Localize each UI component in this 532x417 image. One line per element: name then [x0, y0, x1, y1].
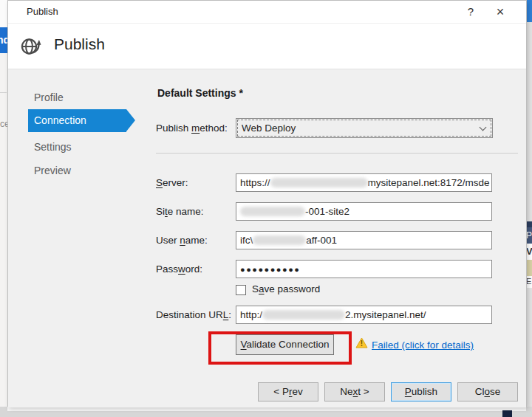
background-right-strip: [527, 0, 532, 417]
dialog-header: Publish: [8, 23, 526, 69]
server-input[interactable]: https://mysitepanel.net:8172/msde: [236, 173, 492, 192]
redacted-text: [270, 178, 368, 187]
sidebar-item-profile[interactable]: Profile: [34, 92, 64, 103]
save-password-label: Save password: [252, 283, 320, 294]
server-label: Server:: [156, 177, 188, 188]
publish-button[interactable]: Publish: [391, 382, 451, 402]
validate-connection-button[interactable]: Validate Connection: [236, 334, 334, 355]
password-label: Password:: [156, 263, 202, 275]
chevron-down-icon: [480, 124, 487, 131]
settings-heading: Default Settings *: [157, 87, 243, 99]
site-name-label: Site name:: [156, 206, 204, 217]
background-left-window-fragment: nd: [0, 27, 7, 53]
background-right-text-fragment-e: E: [526, 276, 532, 288]
sidebar-item-settings[interactable]: Settings: [34, 141, 72, 153]
page-title: Publish: [54, 35, 105, 53]
user-name-input[interactable]: ifc\aff-001: [236, 231, 492, 249]
background-right-panel-header-fragment: P: [526, 227, 532, 244]
publish-method-label: Publish method:: [156, 123, 228, 134]
svg-text:!: !: [361, 340, 363, 348]
redacted-text: [262, 310, 345, 320]
publish-dialog: Publish ? × Publish Profile Connection S: [7, 0, 527, 407]
background-right-panel-fragment: [526, 221, 532, 227]
password-input[interactable]: ●●●●●●●●●●: [236, 260, 492, 278]
redacted-text: [253, 235, 306, 245]
background-right-toolbar-fragment: [526, 260, 532, 276]
background-left-text-fragment: ce: [0, 119, 7, 129]
site-name-input[interactable]: -001-site2: [236, 202, 492, 221]
publish-method-select[interactable]: Web Deploy: [236, 118, 493, 138]
close-button[interactable]: Close: [457, 382, 518, 402]
prev-button[interactable]: < Prev: [258, 382, 318, 402]
destination-url-input[interactable]: http:/2.mysitepanel.net/: [236, 306, 492, 324]
save-password-checkbox[interactable]: [236, 285, 246, 295]
close-icon[interactable]: ×: [488, 1, 513, 23]
selected-tab-arrow: [126, 109, 135, 131]
sidebar-item-connection[interactable]: Connection: [28, 109, 126, 132]
background-left-text: nd: [0, 34, 7, 46]
destination-url-label: Destination URL:: [156, 309, 231, 320]
screen: nd ce P V E Publish ? × Publis: [0, 0, 532, 417]
publish-method-value: Web Deploy: [242, 123, 296, 134]
redacted-text: [240, 207, 305, 216]
publish-globe-icon: [19, 35, 43, 61]
background-right-text-fragment-v: V: [526, 244, 532, 260]
background-bottom-navy-fragment: [502, 410, 512, 417]
warning-triangle-icon: !: [355, 337, 368, 351]
validation-failed-link[interactable]: Failed (click for details): [372, 340, 474, 351]
background-right-titlebar-fragment: [527, 0, 532, 22]
sidebar-item-preview[interactable]: Preview: [34, 165, 71, 176]
next-button[interactable]: Next >: [324, 382, 385, 402]
titlebar: Publish ? ×: [8, 1, 526, 23]
user-name-label: User name:: [156, 235, 208, 246]
background-left-divider: [0, 92, 7, 93]
window-title: Publish: [27, 6, 58, 17]
help-button[interactable]: ?: [458, 1, 483, 23]
background-left-strip: [0, 0, 7, 27]
dialog-body: Profile Connection Settings Preview Defa…: [8, 69, 526, 407]
section-divider: [156, 153, 518, 154]
background-left-strip-lower: [0, 53, 7, 407]
